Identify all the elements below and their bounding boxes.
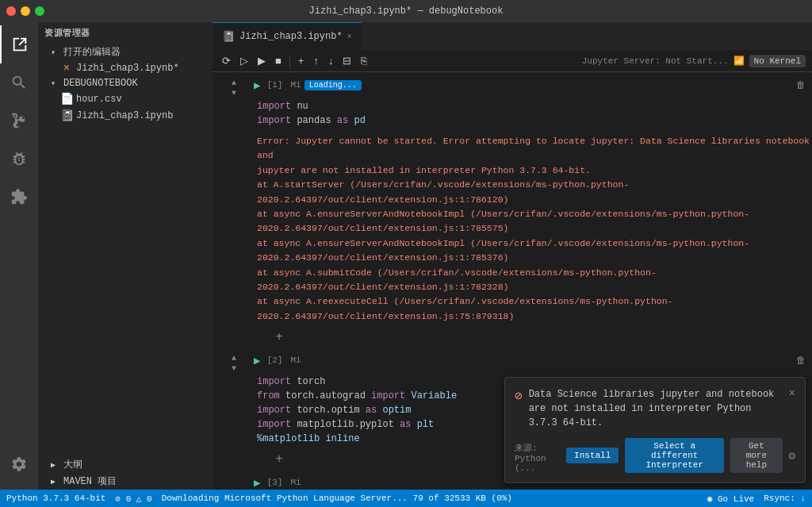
file-name-csv: hour.csv [76, 94, 122, 105]
cell-1-line-1: import nu [257, 99, 812, 113]
run-cell-button[interactable]: ▶ [255, 53, 269, 68]
download-status: Downloading Microsoft Python Language Se… [162, 494, 512, 503]
open-editors-section[interactable]: ▾ 打开的编辑器 [38, 44, 213, 60]
run-above-button[interactable]: ▷ [237, 53, 251, 68]
cell-3-number: [3] [263, 474, 287, 490]
open-editors-label: 打开的编辑器 [63, 45, 121, 59]
activity-bar [0, 22, 38, 490]
maven-arrow: ▶ [51, 477, 60, 486]
restart-kernel-button[interactable]: ⟳ [219, 53, 234, 68]
add-cell-above-button[interactable]: + [295, 53, 308, 68]
activity-git-icon[interactable] [0, 102, 38, 140]
move-down-button[interactable]: ↓ [325, 53, 337, 68]
as-kw: as [337, 115, 354, 126]
cell-2-collapse-down[interactable]: ▼ [228, 364, 239, 373]
activity-debug-icon[interactable] [0, 140, 38, 178]
stop-button[interactable]: ■ [272, 53, 285, 68]
notification-source: 来源: Python (... [515, 442, 560, 473]
main-layout: 资源管理器 ▾ 打开的编辑器 × Jizhi_chap3.ipynb* ▾ DE… [0, 22, 812, 490]
notebook-content: ▲ ▼ ▶ [1] Mi Loading... 🗑 import nu [213, 72, 812, 490]
cell-1-arrows: ▲ ▼ [228, 79, 239, 98]
sidebar: 资源管理器 ▾ 打开的编辑器 × Jizhi_chap3.ipynb* ▾ DE… [38, 22, 213, 490]
cell-2-label: Mi [290, 355, 301, 365]
tab-notebook[interactable]: 📓 Jizhi_chap3.ipynb* × [213, 22, 362, 50]
toolbar-right: Jupyter Server: Not Start... 📶 No Kernel [582, 55, 806, 67]
minimize-button[interactable] [21, 6, 30, 16]
get-more-help-button[interactable]: Get more help [730, 438, 782, 473]
cell-1-code[interactable]: import nu import pandas as pd [254, 96, 812, 131]
rsync-status: Rsync: ↓ [764, 494, 806, 503]
cell-2-arrows: ▲ ▼ [228, 354, 239, 373]
cell-2-number: [2] [263, 352, 287, 368]
add-cell-button-2[interactable]: + [271, 451, 287, 468]
cell-1-line-2: import pandas as pd [257, 113, 812, 128]
cell-2-left: ▲ ▼ [214, 349, 254, 449]
cell-3-run-button[interactable]: ▶ [254, 476, 260, 490]
notebook-toolbar: ⟳ ▷ ▶ ■ + ↑ ↓ ⊟ ⎘ Jupyter Server: Not St… [213, 50, 812, 72]
project-section[interactable]: ▾ DEBUGNOTEBOOK [38, 76, 213, 90]
move-up-button[interactable]: ↑ [310, 53, 322, 68]
cell-1: ▲ ▼ ▶ [1] Mi Loading... 🗑 import nu [213, 74, 812, 327]
tab-bar: 📓 Jizhi_chap3.ipynb* × [213, 22, 812, 50]
close-button[interactable] [6, 6, 16, 16]
cell-2-header: ▶ [2] Mi 🗑 [254, 349, 812, 371]
nb-file-icon: 📓 [60, 109, 73, 122]
cell-1-collapse-down[interactable]: ▼ [228, 89, 239, 98]
activity-explorer-icon[interactable] [0, 25, 38, 63]
wifi-icon: 📶 [733, 56, 745, 66]
kernel-badge: No Kernel [749, 55, 806, 67]
cell-3-label: Mi [290, 478, 301, 487]
activity-bar-bottom [0, 445, 38, 490]
notification-close-button[interactable]: × [789, 387, 795, 400]
errors-warnings-status[interactable]: ⊘ 0 △ 0 [115, 494, 151, 504]
window-title: Jizhi_chap3.ipynb* — debugNotebook [309, 6, 504, 17]
tab-close-button[interactable]: × [347, 33, 352, 41]
activity-extensions-icon[interactable] [0, 178, 38, 216]
csv-icon: 📄 [60, 92, 73, 106]
cell-1-collapse-up[interactable]: ▲ [228, 79, 239, 87]
select-interpreter-button[interactable]: Select a different Interpreter [625, 438, 724, 473]
tab-notebook-icon: 📓 [222, 30, 235, 43]
file-notebook[interactable]: 📓 Jizhi_chap3.ipynb [38, 107, 213, 124]
notification-settings-icon[interactable]: ⚙ [789, 449, 795, 463]
window-controls[interactable] [6, 6, 44, 16]
outline-arrow: ▶ [51, 460, 60, 470]
install-button[interactable]: Install [566, 447, 619, 463]
project-arrow: ▾ [51, 79, 60, 88]
cell-2-delete-button[interactable]: 🗑 [796, 355, 806, 367]
cell-3-left [214, 471, 254, 490]
open-file-name: Jizhi_chap3.ipynb* [76, 63, 179, 74]
notification-error-icon: ⊘ [515, 388, 523, 404]
cell-2-run-button[interactable]: ▶ [254, 354, 260, 367]
maximize-button[interactable] [35, 6, 44, 16]
outline-section[interactable]: ▶ 大纲 [38, 456, 213, 473]
toolbar-separator [289, 55, 290, 67]
cell-1-run-button[interactable]: ▶ [254, 79, 260, 92]
activity-search-icon[interactable] [0, 63, 38, 102]
title-bar: Jizhi_chap3.ipynb* — debugNotebook [0, 0, 812, 22]
open-file-item[interactable]: × Jizhi_chap3.ipynb* [38, 60, 213, 76]
open-editors-arrow: ▾ [51, 48, 60, 57]
jupyter-status: Jupyter Server: Not Start... [582, 56, 729, 66]
maven-section[interactable]: ▶ MAVEN 项目 [38, 473, 213, 490]
python-version-status[interactable]: Python 3.7.3 64-bit [6, 494, 105, 503]
go-live-status[interactable]: ◉ Go Live [707, 494, 754, 504]
file-hour-csv[interactable]: 📄 hour.csv [38, 90, 213, 107]
cell-2-collapse-up[interactable]: ▲ [228, 354, 239, 363]
cell-1-header: ▶ [1] Mi Loading... 🗑 [254, 74, 812, 96]
cell-1-label: Mi [290, 80, 301, 90]
cell-1-body: ▶ [1] Mi Loading... 🗑 import nu import p… [254, 74, 812, 327]
status-bar: Python 3.7.3 64-bit ⊘ 0 △ 0 Downloading … [0, 490, 812, 507]
maven-label: MAVEN 项目 [63, 474, 117, 488]
cell-1-delete-button[interactable]: 🗑 [796, 79, 806, 91]
editor-area: 📓 Jizhi_chap3.ipynb* × ⟳ ▷ ▶ ■ + ↑ ↓ ⊟ ⎘… [213, 22, 812, 490]
project-label: DEBUGNOTEBOOK [63, 78, 138, 89]
notification-actions: 来源: Python (... Install Select a differe… [515, 438, 795, 473]
activity-settings-icon[interactable] [0, 445, 38, 483]
pd-var: pd [354, 115, 365, 126]
split-button[interactable]: ⊟ [339, 53, 354, 68]
pandas-text: pandas [297, 115, 336, 126]
notification-message: Data Science libraries jupyter and noteb… [529, 387, 783, 430]
export-button[interactable]: ⎘ [358, 53, 370, 68]
add-cell-button-1[interactable]: + [271, 328, 287, 346]
